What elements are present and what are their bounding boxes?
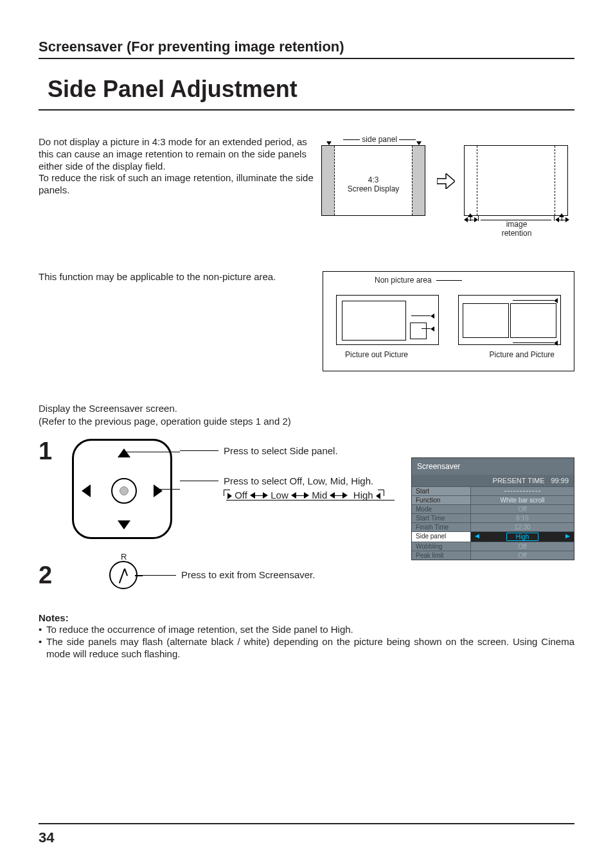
osd-row-mode: Mode <box>412 505 471 513</box>
step-number-2: 2 <box>39 563 64 587</box>
osd-row-function: Function <box>412 496 471 504</box>
osd-row-peaklimit: Peak limit <box>412 551 471 560</box>
image-retention-l1: image <box>478 220 555 229</box>
cycle-off: Off <box>235 490 247 500</box>
r-button-icon: R <box>109 561 138 589</box>
picture-and-label: Picture and Picture <box>490 350 555 359</box>
osd-start-bar <box>504 490 540 493</box>
left-arrow-icon: ◀ <box>475 533 479 539</box>
present-time-label: PRESENT TIME <box>493 477 545 484</box>
osd-row-sidepanel: Side panel <box>412 532 471 542</box>
picture-out-label: Picture out Picture <box>345 350 408 359</box>
osd-function-value: White bar scroll <box>471 496 574 504</box>
present-time-value: 99:99 <box>551 477 569 484</box>
step1-text-b: Press to select Off, Low, Mid, High. <box>224 474 398 489</box>
side-panel-label: side panel <box>343 135 416 144</box>
osd-starttime-value: 6:15 <box>471 514 574 522</box>
nav-pad-icon <box>64 439 180 554</box>
intro-p2: To reduce the risk of such an image rete… <box>39 172 321 197</box>
diagram-non-picture: Non picture area Picture out Picture <box>323 271 574 371</box>
cycle-mid: Mid <box>312 490 327 500</box>
osd-row-start: Start <box>412 487 471 495</box>
note-1: To reduce the occurrence of image retent… <box>46 623 574 635</box>
dia1-ratio: 4:3 <box>341 175 405 184</box>
side-panel-label-text: side panel <box>362 135 397 144</box>
osd-finishtime-value: 12:30 <box>471 523 574 531</box>
non-picture-label: Non picture area <box>375 276 432 285</box>
step-number-1: 1 <box>39 439 64 554</box>
osd-menu: Screensaver PRESENT TIME 99:99 Start Fun… <box>411 457 574 560</box>
footer-rule <box>39 823 574 824</box>
osd-title: Screensaver <box>412 458 574 475</box>
intro-p1: Do not display a picture in 4:3 mode for… <box>39 136 321 172</box>
osd-row-starttime: Start Time <box>412 514 471 522</box>
diagram-side-panel: side panel 4:3 Screen Display <box>321 136 574 239</box>
cycle-low: Low <box>271 490 289 500</box>
section-heading: Screensaver (For preventing image retent… <box>39 39 574 59</box>
osd-row-finishtime: Finish Time <box>412 523 471 531</box>
page-number: 34 <box>39 829 54 846</box>
osd-sidepanel-value: High <box>506 533 539 541</box>
image-retention-l2: retention <box>478 229 555 238</box>
osd-mode-value: Off <box>471 505 574 513</box>
dia1-screen: Screen Display <box>341 184 405 193</box>
osd-peaklimit-value: Off <box>471 551 574 560</box>
page-title: Side Panel Adjustment <box>39 76 574 111</box>
step1-text-a: Press to select Side panel. <box>224 444 338 459</box>
note-2: The side panels may flash (alternate bla… <box>46 635 574 660</box>
bullet-icon: • <box>39 635 46 660</box>
bullet-icon: • <box>39 623 46 635</box>
osd-wobbling-value: Off <box>471 542 574 551</box>
notes-heading: Notes: <box>39 612 574 623</box>
function-text: This function may be applicable to the n… <box>39 271 321 371</box>
step2-text: Press to exit from Screensaver. <box>181 568 315 583</box>
right-adjust-arrow-icon: ▶ <box>565 533 570 539</box>
right-arrow-icon <box>437 173 455 189</box>
display-line1: Display the Screensaver screen. <box>39 402 574 415</box>
display-line2: (Refer to the previous page, operation g… <box>39 415 574 428</box>
intro-text: Do not display a picture in 4:3 mode for… <box>39 136 321 239</box>
r-button-label: R <box>121 552 127 562</box>
cycle-diagram: Off Low Mid High <box>224 490 398 501</box>
cycle-high: High <box>353 490 373 500</box>
osd-row-wobbling: Wobbling <box>412 542 471 551</box>
